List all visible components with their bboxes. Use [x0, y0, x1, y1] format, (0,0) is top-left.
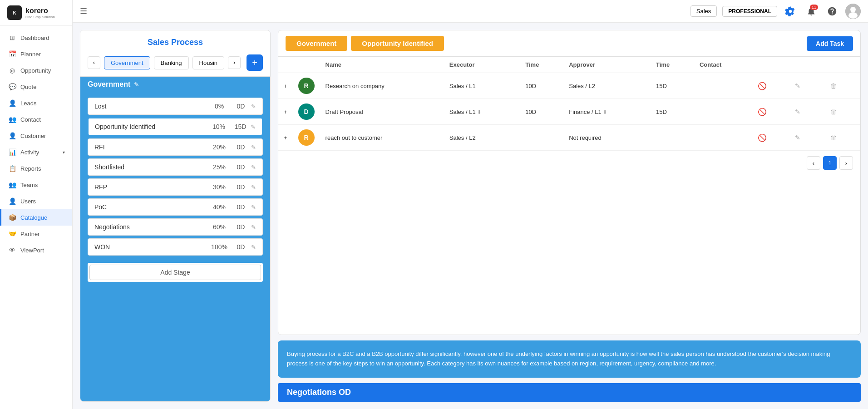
- ban-icon[interactable]: 🚫: [758, 82, 767, 90]
- stage-row-shortlisted[interactable]: Shortlisted 25% 0D ✎: [88, 158, 263, 176]
- logo: K korero One Stop Solution: [0, 0, 72, 26]
- opportunity-identified-tag[interactable]: Opportunity Identified: [351, 36, 444, 51]
- info-panel: Buying process for a B2C and a B2B oppor…: [278, 340, 861, 378]
- stage-row-rfi[interactable]: RFI 20% 0D ✎: [88, 138, 263, 156]
- left-panel: Sales Process ‹ Government Banking Housi…: [80, 30, 271, 402]
- ban-icon[interactable]: 🚫: [758, 108, 767, 116]
- sidebar-item-leads[interactable]: 👤 Leads: [0, 95, 72, 111]
- stage-edit-icon[interactable]: ✎: [251, 144, 256, 151]
- sidebar-item-reports[interactable]: 📋 Reports: [0, 160, 72, 177]
- negotiations-label: Negotiations OD: [287, 388, 351, 397]
- sidebar-item-users[interactable]: 👤 Users: [0, 193, 72, 209]
- col-time2: Time: [651, 57, 694, 73]
- stage-pct: 10%: [207, 123, 230, 130]
- task-panel: Government Opportunity Identified Add Ta…: [278, 30, 861, 335]
- stage-edit-icon[interactable]: ✎: [251, 164, 256, 171]
- table-row: + R reach out to customer Sales / L2 Not…: [278, 125, 860, 151]
- main-area: ☰ Sales PROFESSIONAL 11 Sales Process: [73, 0, 868, 409]
- tab-government[interactable]: Government: [104, 56, 150, 69]
- stage-row-won[interactable]: WON 100% 0D ✎: [88, 238, 263, 256]
- stage-days: 0D: [231, 223, 251, 231]
- government-tag[interactable]: Government: [286, 36, 347, 51]
- stage-row-opportunity-identified[interactable]: Opportunity Identified 10% 15D ✎: [88, 118, 263, 136]
- stages-title-bar: Government ✎: [80, 77, 270, 92]
- sidebar-item-viewport[interactable]: 👁 ViewPort: [0, 242, 72, 258]
- stage-edit-icon[interactable]: ✎: [251, 123, 256, 130]
- topbar-right: Sales PROFESSIONAL 11: [690, 4, 861, 19]
- tab-banking[interactable]: Banking: [154, 56, 189, 69]
- stage-edit-icon[interactable]: ✎: [251, 184, 256, 191]
- col-name: Name: [320, 57, 444, 73]
- stage-pct: 40%: [208, 203, 231, 211]
- delete-icon[interactable]: 🗑: [830, 134, 837, 141]
- sidebar-item-label: Leads: [20, 100, 36, 107]
- stage-days: 0D: [231, 243, 251, 251]
- stage-row-negotiations[interactable]: Negotiations 60% 0D ✎: [88, 218, 263, 236]
- stage-days: 0D: [231, 143, 251, 151]
- sidebar-item-quote[interactable]: 💬 Quote: [0, 79, 72, 95]
- add-tab-button[interactable]: +: [247, 54, 263, 71]
- tab-prev-button[interactable]: ‹: [88, 56, 100, 69]
- edit-icon[interactable]: ✎: [795, 82, 800, 89]
- task-approver-1: Sales / L2: [563, 73, 651, 99]
- settings-button[interactable]: [783, 4, 798, 19]
- page-1-button[interactable]: 1: [823, 156, 837, 170]
- edit-icon[interactable]: ✎: [795, 134, 800, 141]
- task-executor-2: Sales / L1 ⬇: [444, 99, 520, 125]
- logo-name: korero: [25, 7, 55, 15]
- add-task-button[interactable]: Add Task: [807, 36, 853, 51]
- stage-edit-icon[interactable]: ✎: [251, 224, 256, 231]
- stage-edit-icon[interactable]: ✎: [251, 244, 256, 251]
- stage-row-rfp[interactable]: RFP 30% 0D ✎: [88, 178, 263, 196]
- table-row: + R Research on company Sales / L1 10D S…: [278, 73, 860, 99]
- sidebar-item-label: Teams: [20, 182, 38, 188]
- sidebar-item-teams[interactable]: 👥 Teams: [0, 177, 72, 193]
- ban-icon[interactable]: 🚫: [758, 134, 767, 142]
- sidebar-item-label: Partner: [20, 231, 40, 237]
- sidebar-item-label: Users: [20, 198, 36, 205]
- svg-point-1: [850, 7, 856, 12]
- delete-icon[interactable]: 🗑: [830, 82, 837, 89]
- sidebar-item-activity[interactable]: 📊 Activity ▾: [0, 144, 72, 160]
- sidebar-item-planner[interactable]: 📅 Planner: [0, 46, 72, 62]
- sidebar-item-dashboard[interactable]: ⊞ Dashboard: [0, 30, 72, 46]
- right-panel: Government Opportunity Identified Add Ta…: [278, 30, 861, 402]
- avatar[interactable]: [845, 4, 861, 19]
- sidebar-item-partner[interactable]: 🤝 Partner: [0, 226, 72, 242]
- col-executor: Executor: [444, 57, 520, 73]
- task-approver-time-1: 15D: [651, 73, 694, 99]
- help-button[interactable]: [824, 4, 840, 19]
- delete-icon[interactable]: 🗑: [830, 108, 837, 115]
- row-expand-2[interactable]: +: [278, 99, 293, 125]
- stages-edit-icon[interactable]: ✎: [134, 81, 139, 88]
- sidebar-item-contact[interactable]: 👥 Contact: [0, 111, 72, 128]
- stage-row-poc[interactable]: PoC 40% 0D ✎: [88, 198, 263, 216]
- stage-days: 0D: [231, 103, 251, 110]
- stage-row-lost[interactable]: Lost 0% 0D ✎: [88, 98, 263, 115]
- prev-page-button[interactable]: ‹: [807, 156, 820, 170]
- stage-pct: 20%: [208, 143, 231, 151]
- sales-badge[interactable]: Sales: [690, 5, 717, 17]
- row-expand-3[interactable]: +: [278, 125, 293, 151]
- add-stage-button[interactable]: Add Stage: [89, 265, 261, 280]
- professional-badge[interactable]: PROFESSIONAL: [722, 6, 777, 17]
- info-text: Buying process for a B2C and a B2B oppor…: [287, 350, 830, 367]
- task-avatar-2: D: [298, 103, 315, 120]
- hamburger-icon[interactable]: ☰: [80, 6, 87, 16]
- sidebar-item-opportunity[interactable]: ◎ Opportunity: [0, 62, 72, 79]
- stage-edit-icon[interactable]: ✎: [251, 103, 256, 110]
- tab-next-button[interactable]: ›: [228, 56, 241, 69]
- tab-housing[interactable]: Housin: [192, 56, 224, 69]
- next-page-button[interactable]: ›: [839, 156, 853, 170]
- sidebar-item-customer[interactable]: 👤 Customer: [0, 128, 72, 144]
- edit-icon[interactable]: ✎: [795, 108, 800, 115]
- notifications-button[interactable]: 11: [804, 4, 819, 19]
- topbar-left: ☰: [80, 6, 87, 16]
- stage-edit-icon[interactable]: ✎: [251, 204, 256, 211]
- task-executor-3: Sales / L2: [444, 125, 520, 151]
- task-name-2: Draft Proposal: [320, 99, 444, 125]
- row-expand-1[interactable]: +: [278, 73, 293, 99]
- sidebar-item-catalogue[interactable]: 📦 Catalogue: [0, 209, 72, 226]
- sidebar-item-label: Activity: [20, 149, 39, 156]
- stage-pct: 30%: [208, 183, 231, 191]
